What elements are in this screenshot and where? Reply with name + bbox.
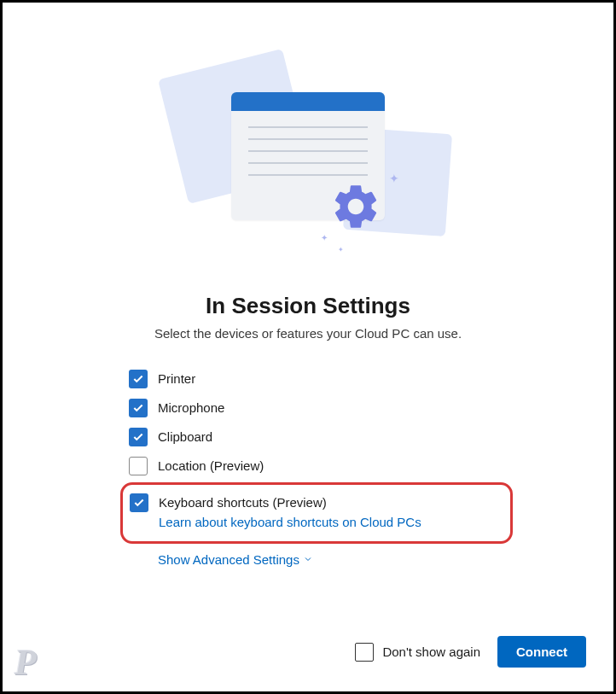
connect-button[interactable]: Connect bbox=[497, 636, 586, 668]
checkbox-printer[interactable] bbox=[129, 370, 148, 388]
option-label: Keyboard shortcuts (Preview) bbox=[159, 493, 421, 513]
sparkle-icon: ✦ bbox=[338, 246, 344, 254]
checkbox-clipboard[interactable] bbox=[129, 428, 148, 446]
gear-icon bbox=[329, 180, 382, 236]
option-printer: Printer bbox=[129, 364, 487, 394]
checkbox-keyboard-shortcuts[interactable] bbox=[130, 493, 148, 512]
chevron-down-icon bbox=[303, 552, 313, 567]
dont-show-again-label: Don't show again bbox=[382, 644, 480, 659]
page-subtitle: Select the devices or features your Clou… bbox=[26, 326, 590, 341]
option-keyboard-shortcuts: Keyboard shortcuts (Preview) Learn about… bbox=[130, 488, 503, 536]
footer: Don't show again Connect bbox=[355, 636, 586, 668]
sparkle-icon: ✦ bbox=[321, 233, 328, 242]
option-microphone: Microphone bbox=[129, 394, 487, 423]
option-location: Location (Preview) bbox=[129, 452, 487, 481]
option-label: Microphone bbox=[158, 398, 224, 418]
sparkle-icon: ✦ bbox=[389, 172, 399, 185]
option-label: Location (Preview) bbox=[158, 456, 264, 476]
option-label: Clipboard bbox=[158, 427, 212, 447]
keyboard-shortcuts-learn-link[interactable]: Learn about keyboard shortcuts on Cloud … bbox=[159, 513, 421, 532]
watermark-logo: P bbox=[15, 642, 37, 683]
checkbox-microphone[interactable] bbox=[129, 399, 148, 417]
options-list: Printer Microphone Clipboard Location (P… bbox=[129, 364, 487, 567]
highlighted-option: Keyboard shortcuts (Preview) Learn about… bbox=[120, 482, 513, 544]
checkbox-location[interactable] bbox=[129, 457, 148, 475]
dont-show-again-row: Don't show again bbox=[355, 643, 480, 662]
page-title: In Session Settings bbox=[26, 293, 590, 319]
option-clipboard: Clipboard bbox=[129, 423, 487, 452]
show-advanced-settings-link[interactable]: Show Advanced Settings bbox=[158, 552, 487, 567]
advanced-link-label: Show Advanced Settings bbox=[158, 552, 299, 567]
checkbox-dont-show-again[interactable] bbox=[355, 643, 374, 662]
option-label: Printer bbox=[158, 369, 195, 389]
illustration: ✦ ✦ ✦ bbox=[26, 62, 590, 259]
